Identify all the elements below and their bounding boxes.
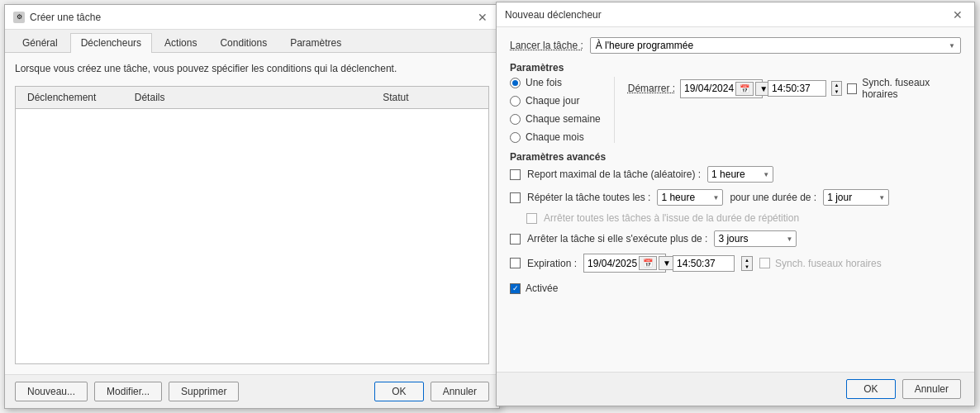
date-picker-button[interactable]: 📅 bbox=[735, 82, 754, 96]
report-row: Report maximal de la tâche (aléatoire) :… bbox=[510, 166, 961, 183]
activee-row: Activée bbox=[510, 279, 961, 297]
expiration-time-spinner[interactable]: ▲ ▼ bbox=[741, 256, 753, 271]
lancer-label: Lancer la tâche : bbox=[510, 40, 583, 51]
expiration-time-value: 14:50:37 bbox=[677, 258, 716, 269]
left-close-button[interactable]: ✕ bbox=[474, 11, 491, 24]
radio-chaque-jour[interactable]: Chaque jour bbox=[510, 95, 601, 107]
report-checkbox[interactable] bbox=[510, 169, 521, 180]
left-dialog-content: Lorsque vous créez une tâche, vous pouve… bbox=[5, 53, 499, 374]
titlebar-left: ⚙ Créer une tâche bbox=[13, 12, 101, 23]
right-dialog-footer: OK Annuler bbox=[497, 372, 974, 406]
arreter-plus-checkbox[interactable] bbox=[510, 234, 521, 244]
expiration-time-input[interactable]: 14:50:37 bbox=[673, 255, 735, 272]
radio-chaque-semaine-label: Chaque semaine bbox=[526, 113, 601, 125]
triggers-table: Déclenchement Détails Statut bbox=[15, 86, 489, 364]
right-close-button[interactable]: ✕ bbox=[949, 8, 966, 21]
synch-checkbox[interactable] bbox=[847, 83, 857, 94]
duree-arrow-icon: ▼ bbox=[878, 194, 885, 202]
right-dialog-content: Lancer la tâche : À l'heure programmée ▼… bbox=[497, 27, 974, 372]
expiration-label: Expiration : bbox=[527, 258, 577, 269]
activee-checkbox[interactable] bbox=[510, 283, 521, 294]
advanced-params: Report maximal de la tâche (aléatoire) :… bbox=[510, 166, 961, 297]
modifier-button[interactable]: Modifier... bbox=[94, 382, 162, 401]
expiration-up-icon[interactable]: ▲ bbox=[742, 257, 752, 263]
duree-value: 1 jour bbox=[827, 192, 852, 203]
arreter-plus-row: Arrêter la tâche si elle s'exécute plus … bbox=[510, 230, 961, 247]
date-input[interactable]: 19/04/2024 📅 ▼ bbox=[680, 79, 763, 98]
right-titlebar: Nouveau déclencheur ✕ bbox=[497, 2, 974, 27]
time-up-icon[interactable]: ▲ bbox=[832, 82, 841, 88]
arreter-plus-label: Arrêter la tâche si elle s'exécute plus … bbox=[527, 233, 707, 244]
report-arrow-icon: ▼ bbox=[763, 171, 769, 178]
synch-label: Synch. fuseaux horaires bbox=[862, 77, 961, 100]
lancer-select[interactable]: À l'heure programmée ▼ bbox=[590, 37, 961, 54]
time-down-icon[interactable]: ▼ bbox=[832, 88, 841, 95]
expiration-date-picker-button[interactable]: 📅 bbox=[639, 256, 657, 270]
right-ok-button[interactable]: OK bbox=[846, 379, 895, 399]
arreter-plus-arrow-icon: ▼ bbox=[786, 235, 792, 243]
tab-parametres[interactable]: Paramètres bbox=[279, 33, 352, 52]
tab-declencheurs[interactable]: Déclencheurs bbox=[70, 33, 152, 53]
arreter-repetition-row: Arrêter toutes les tâches à l'issue de l… bbox=[510, 212, 961, 224]
col-statut: Statut bbox=[376, 90, 483, 105]
left-annuler-button[interactable]: Annuler bbox=[431, 382, 489, 401]
activee-label: Activée bbox=[526, 282, 558, 294]
radio-chaque-jour-circle bbox=[510, 96, 521, 107]
radio-une-fois[interactable]: Une fois bbox=[510, 77, 601, 88]
expiration-date-value: 19/04/2025 bbox=[588, 258, 637, 269]
tabs-bar: Général Déclencheurs Actions Conditions … bbox=[5, 30, 499, 53]
radio-chaque-mois[interactable]: Chaque mois bbox=[510, 131, 601, 143]
synch2-checkbox[interactable] bbox=[759, 258, 770, 268]
app-icon: ⚙ bbox=[13, 12, 25, 23]
arreter-repetition-checkbox[interactable] bbox=[526, 213, 537, 224]
tab-conditions[interactable]: Conditions bbox=[209, 33, 278, 52]
radio-une-fois-circle bbox=[510, 78, 521, 88]
right-dialog: Nouveau déclencheur ✕ Lancer la tâche : … bbox=[496, 2, 975, 406]
tab-actions[interactable]: Actions bbox=[154, 33, 207, 52]
duree-label: pour une durée de : bbox=[730, 192, 816, 203]
radio-chaque-mois-circle bbox=[510, 132, 521, 143]
arreter-plus-value: 3 jours bbox=[718, 233, 748, 244]
repeter-select[interactable]: 1 heure ▼ bbox=[657, 189, 723, 206]
supprimer-button[interactable]: Supprimer bbox=[169, 382, 239, 401]
advanced-label: Paramètres avancés bbox=[510, 151, 961, 163]
radio-une-fois-label: Une fois bbox=[526, 77, 562, 88]
left-dialog: ⚙ Créer une tâche ✕ Général Déclencheurs… bbox=[4, 4, 500, 409]
duree-select[interactable]: 1 jour ▼ bbox=[823, 189, 889, 206]
parametres-section: Paramètres Une fois Chaque jour Chaque s… bbox=[510, 62, 961, 143]
col-declenchement: Déclenchement bbox=[21, 90, 128, 105]
time-input[interactable]: 14:50:37 bbox=[768, 80, 826, 97]
time-spinner[interactable]: ▲ ▼ bbox=[831, 81, 842, 96]
expiration-date-input[interactable]: 19/04/2025 📅 ▼ bbox=[583, 254, 666, 273]
time-value: 14:50:37 bbox=[772, 83, 811, 94]
report-select[interactable]: 1 heure ▼ bbox=[707, 166, 773, 183]
table-header: Déclenchement Détails Statut bbox=[16, 87, 488, 109]
left-ok-button[interactable]: OK bbox=[374, 382, 423, 401]
radio-chaque-mois-label: Chaque mois bbox=[526, 131, 584, 143]
nouveau-button[interactable]: Nouveau... bbox=[15, 382, 88, 401]
expiration-down-icon[interactable]: ▼ bbox=[742, 263, 752, 270]
radio-chaque-semaine[interactable]: Chaque semaine bbox=[510, 113, 601, 125]
synch-row: Synch. fuseaux horaires bbox=[847, 77, 961, 100]
synch2-label: Synch. fuseaux horaires bbox=[775, 258, 882, 269]
radio-chaque-jour-label: Chaque jour bbox=[526, 95, 579, 107]
radio-group: Une fois Chaque jour Chaque semaine Chaq… bbox=[510, 77, 615, 143]
report-label: Report maximal de la tâche (aléatoire) : bbox=[527, 169, 701, 180]
repeter-arrow-icon: ▼ bbox=[713, 194, 720, 202]
right-annuler-button[interactable]: Annuler bbox=[902, 379, 961, 399]
tab-general[interactable]: Général bbox=[12, 33, 69, 52]
col-details: Détails bbox=[128, 90, 376, 105]
expiration-checkbox[interactable] bbox=[510, 258, 521, 268]
arreter-plus-select[interactable]: 3 jours ▼ bbox=[714, 230, 797, 247]
repeter-checkbox[interactable] bbox=[510, 192, 521, 203]
demarrer-row: Démarrer : 19/04/2024 📅 ▼ 14:50:37 ▲ ▼ bbox=[628, 77, 961, 100]
date-value: 19/04/2024 bbox=[684, 83, 734, 94]
table-body bbox=[16, 109, 488, 363]
repeter-value: 1 heure bbox=[661, 192, 695, 203]
arreter-repetition-label: Arrêter toutes les tâches à l'issue de l… bbox=[544, 212, 799, 224]
date-time-area: Démarrer : 19/04/2024 📅 ▼ 14:50:37 ▲ ▼ bbox=[628, 77, 961, 143]
lancer-arrow-icon: ▼ bbox=[949, 42, 955, 50]
left-dialog-footer: Nouveau... Modifier... Supprimer OK Annu… bbox=[5, 374, 499, 408]
radio-chaque-semaine-circle bbox=[510, 114, 521, 125]
parametres-label: Paramètres bbox=[510, 62, 961, 74]
